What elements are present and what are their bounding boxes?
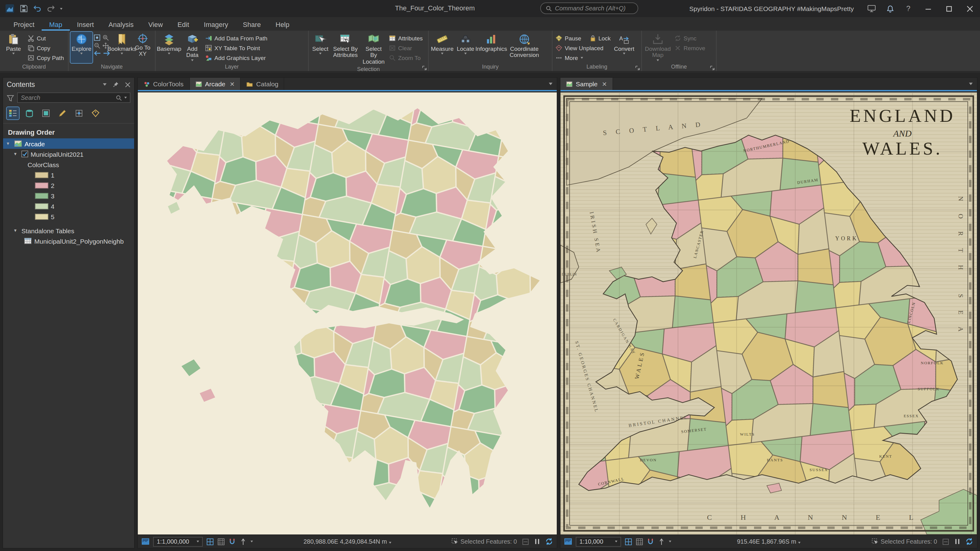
tree-item-table[interactable]: MunicipalUnit2_PolygonNeighb <box>3 236 134 246</box>
statusbar-caret-icon[interactable] <box>669 541 671 542</box>
tree-item-field[interactable]: ColorClass <box>3 159 134 170</box>
tab-imagery[interactable]: Imagery <box>197 19 236 30</box>
legend-item-2[interactable]: 2 <box>3 180 134 191</box>
xy-table-to-point-button[interactable]: XY Table To Point <box>204 43 269 52</box>
map-scale-combo[interactable]: 1:10,000 <box>576 537 621 546</box>
display-settings-icon[interactable] <box>862 0 881 17</box>
select-button[interactable]: Select <box>310 32 330 66</box>
go-to-xy-button[interactable]: Go To XY <box>134 32 152 63</box>
clear-button[interactable]: Clear <box>388 43 424 52</box>
remove-button[interactable]: Remove <box>673 43 706 52</box>
tab-edit[interactable]: Edit <box>170 19 197 30</box>
paste-button[interactable]: Paste <box>2 32 25 63</box>
list-by-drawing-order-icon[interactable] <box>7 107 19 119</box>
contents-search-input[interactable]: Search <box>17 92 130 103</box>
coordinates-readout[interactable]: 915.46E 1,867.96S m <box>737 538 796 545</box>
statusbar-caret-icon[interactable] <box>250 541 253 542</box>
lock-labels-button[interactable]: Lock <box>589 34 612 43</box>
list-by-editing-icon[interactable] <box>56 107 68 119</box>
view-tab-arcade[interactable]: Arcade ✕ <box>189 78 241 90</box>
more-labeling-button[interactable]: More <box>554 53 611 62</box>
tab-list-caret-icon[interactable] <box>544 78 557 90</box>
map-scale-combo[interactable]: 1:1,000,000 <box>153 537 203 546</box>
list-by-selection-icon[interactable] <box>40 107 52 119</box>
active-view-icon[interactable] <box>142 538 150 546</box>
view-tab-sample[interactable]: Sample ✕ <box>560 78 613 90</box>
infographics-button[interactable]: Infographics <box>477 32 505 63</box>
list-by-data-source-icon[interactable] <box>23 107 35 119</box>
measure-button[interactable]: Measure <box>431 32 454 63</box>
coords-caret-icon[interactable] <box>798 542 800 544</box>
snapping-icon[interactable] <box>647 538 654 545</box>
class-2-swatch[interactable] <box>35 182 48 188</box>
class-3-swatch[interactable] <box>35 192 48 198</box>
class-4-swatch[interactable] <box>35 203 48 209</box>
filter-icon[interactable] <box>7 94 14 101</box>
locate-button[interactable]: Locate <box>455 32 476 63</box>
tree-item-map[interactable]: ▾ Arcade <box>3 138 134 149</box>
explore-button[interactable]: Explore <box>70 32 92 63</box>
close-pane-icon[interactable] <box>125 82 130 87</box>
offline-dialog-launcher-icon[interactable] <box>710 65 715 70</box>
bookmarks-button[interactable]: Bookmarks <box>111 32 132 63</box>
list-by-snapping-icon[interactable] <box>73 107 85 119</box>
coordinates-readout[interactable]: 280,988.06E 4,249,084.54N m <box>304 538 387 545</box>
raster-grid-icon[interactable] <box>636 538 643 545</box>
selected-features-readout[interactable]: Selected Features: 0 <box>451 538 517 545</box>
selected-features-readout[interactable]: Selected Features: 0 <box>871 538 937 545</box>
refresh-icon[interactable] <box>965 538 973 546</box>
tree-item-standalone-tables[interactable]: ▾ Standalone Tables <box>3 225 134 236</box>
legend-item-3[interactable]: 3 <box>3 191 134 201</box>
raster-grid-icon[interactable] <box>218 538 225 545</box>
maximize-button[interactable] <box>939 0 959 17</box>
legend-item-5[interactable]: 5 <box>3 211 134 222</box>
quick-access-caret-icon[interactable] <box>60 8 62 10</box>
close-button[interactable] <box>959 0 980 17</box>
fixed-zoom-out-icon[interactable] <box>94 42 100 49</box>
app-icon[interactable] <box>5 4 15 13</box>
save-button[interactable] <box>20 4 28 13</box>
snapping-icon[interactable] <box>229 538 236 545</box>
class-1-swatch[interactable] <box>35 172 48 178</box>
select-by-location-button[interactable]: Select By Location <box>361 32 387 66</box>
previous-extent-icon[interactable] <box>94 50 101 56</box>
pin-icon[interactable] <box>113 81 119 87</box>
tree-item-layer[interactable]: ▾ MunicipalUnit2021 <box>3 149 134 159</box>
help-icon[interactable]: ? <box>899 0 918 17</box>
select-by-attributes-button[interactable]: Select By Attributes <box>331 32 360 66</box>
tab-view[interactable]: View <box>141 19 170 30</box>
signed-in-account[interactable]: Spyridon - STARIDAS GEOGRAPHY #MakingMap… <box>689 5 854 12</box>
close-tab-icon[interactable]: ✕ <box>230 81 235 87</box>
coords-caret-icon[interactable] <box>389 542 391 544</box>
active-view-icon[interactable] <box>564 538 572 546</box>
graticule-icon[interactable] <box>207 538 214 545</box>
tab-project[interactable]: Project <box>6 19 42 30</box>
layer-visibility-toggle-icon[interactable] <box>942 538 950 545</box>
fixed-zoom-in-icon[interactable] <box>102 34 109 41</box>
tab-insert[interactable]: Insert <box>70 19 101 30</box>
zoom-to-button[interactable]: Zoom To <box>388 53 424 62</box>
download-map-button[interactable]: Download Map <box>644 32 672 63</box>
layer-visibility-checkbox[interactable] <box>21 151 28 157</box>
copy-button[interactable]: Copy <box>26 43 65 52</box>
basemap-button[interactable]: Basemap <box>158 32 181 63</box>
expand-arrow-icon[interactable]: ▾ <box>14 151 19 157</box>
undo-button[interactable] <box>33 4 41 13</box>
north-arrow-icon[interactable] <box>658 538 665 545</box>
pause-drawing-icon[interactable] <box>534 538 540 545</box>
close-tab-icon[interactable]: ✕ <box>602 81 607 87</box>
redo-button[interactable] <box>46 4 55 13</box>
north-arrow-icon[interactable] <box>240 538 247 545</box>
minimize-button[interactable] <box>918 0 939 17</box>
legend-item-4[interactable]: 4 <box>3 201 134 211</box>
sync-button[interactable]: Sync <box>673 34 706 43</box>
sample-map-canvas[interactable]: ENGLAND AND WALES. S C O T L A N D N O R… <box>560 92 977 535</box>
refresh-icon[interactable] <box>545 538 553 546</box>
selection-dialog-launcher-icon[interactable] <box>422 65 427 70</box>
full-extent-icon[interactable] <box>94 34 100 41</box>
tab-help[interactable]: Help <box>268 19 297 30</box>
view-tab-colortools[interactable]: ColorTools <box>138 78 189 90</box>
add-graphics-layer-button[interactable]: Add Graphics Layer <box>204 53 269 62</box>
cut-button[interactable]: Cut <box>26 34 65 43</box>
convert-labels-button[interactable]: A Convert <box>612 32 636 63</box>
